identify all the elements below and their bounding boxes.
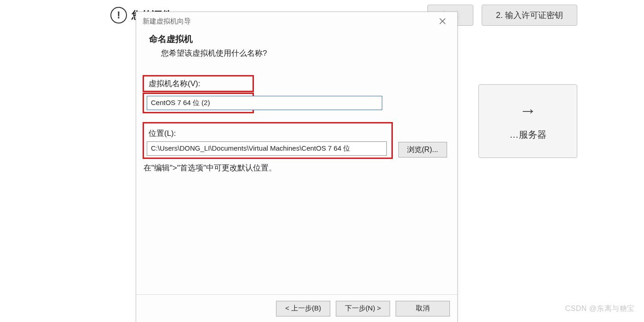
bg-btn-license2[interactable]: 2. 输入许可证密钥 xyxy=(482,5,577,26)
vm-location-label: 位置(L): xyxy=(147,125,389,141)
back-button[interactable]: < 上一步(B) xyxy=(276,301,330,316)
dialog-subheading: 您希望该虚拟机使用什么名称? xyxy=(149,48,444,59)
vm-location-highlight: 位置(L): xyxy=(143,122,393,159)
location-hint: 在"编辑">"首选项"中可更改默认位置。 xyxy=(143,159,451,177)
arrow-right-icon: → xyxy=(519,102,537,119)
vm-name-input-highlight xyxy=(143,93,254,113)
bg-action-card[interactable]: → …服务器 xyxy=(478,84,577,158)
new-vm-wizard-dialog: 新建虚拟机向导 命名虚拟机 您希望该虚拟机使用什么名称? 虚拟机名称(V): 位… xyxy=(136,12,458,322)
next-button[interactable]: 下一步(N) > xyxy=(336,301,390,316)
cancel-button[interactable]: 取消 xyxy=(396,301,450,316)
dialog-title: 新建虚拟机向导 xyxy=(143,17,191,26)
dialog-heading: 命名虚拟机 xyxy=(149,33,444,45)
watermark: CSDN @东离与糖宝 xyxy=(565,304,635,314)
close-icon[interactable] xyxy=(433,14,452,28)
browse-button[interactable]: 浏览(R)... xyxy=(398,142,447,158)
vm-name-label-highlight: 虚拟机名称(V): xyxy=(143,75,254,92)
alert-icon: ! xyxy=(110,7,127,23)
vm-name-input[interactable] xyxy=(147,96,382,110)
vm-name-label: 虚拟机名称(V): xyxy=(147,76,202,91)
vm-location-input[interactable] xyxy=(147,141,387,156)
dialog-footer: < 上一步(B) 下一步(N) > 取消 xyxy=(136,294,457,322)
bg-action-label: …服务器 xyxy=(510,129,546,141)
dialog-titlebar[interactable]: 新建虚拟机向导 xyxy=(136,12,457,30)
